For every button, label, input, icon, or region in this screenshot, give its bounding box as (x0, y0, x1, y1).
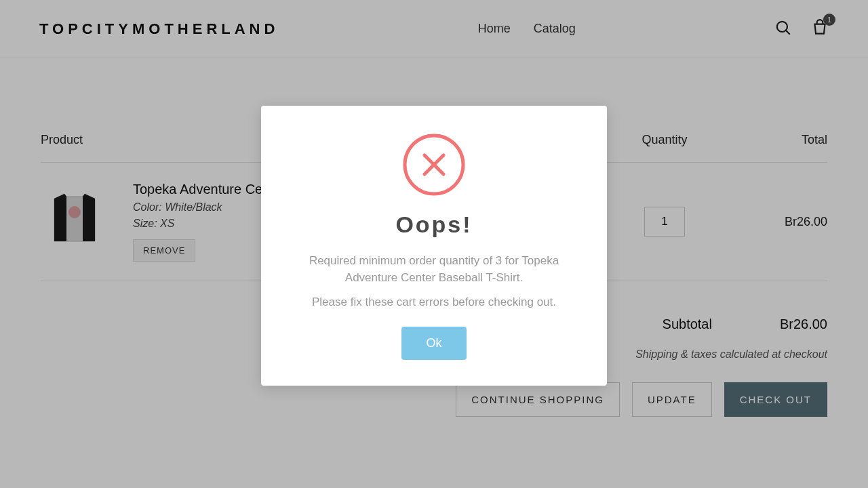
error-icon (402, 133, 466, 197)
modal-overlay[interactable]: Oops! Required minimum order quantity of… (0, 0, 868, 488)
error-modal: Oops! Required minimum order quantity of… (261, 106, 607, 386)
modal-title: Oops! (291, 211, 577, 238)
modal-message: Required minimum order quantity of 3 for… (291, 253, 577, 286)
modal-ok-button[interactable]: Ok (401, 327, 466, 360)
modal-message-2: Please fix these cart errors before chec… (291, 296, 577, 309)
